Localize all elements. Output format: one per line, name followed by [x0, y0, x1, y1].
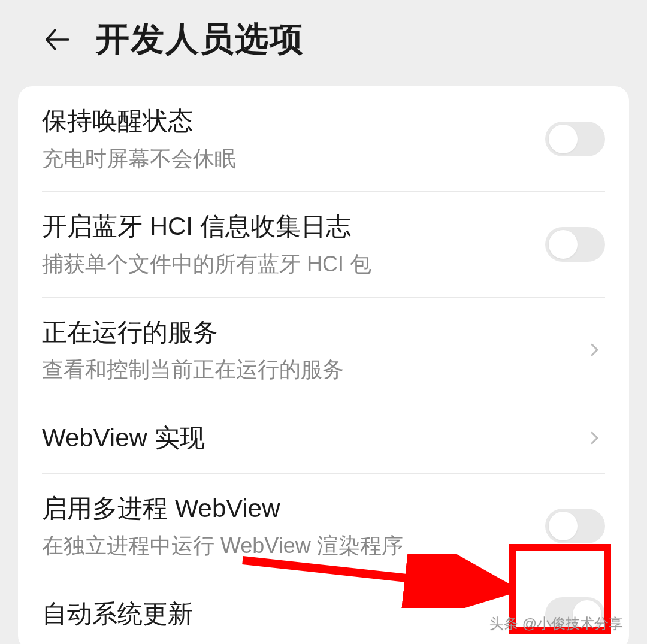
row-subtitle: 查看和控制当前正在运行的服务	[42, 355, 572, 385]
page-title: 开发人员选项	[96, 17, 304, 62]
toggle-switch[interactable]	[545, 122, 605, 156]
row-text: 正在运行的服务 查看和控制当前正在运行的服务	[42, 316, 583, 385]
row-webview-impl[interactable]: WebView 实现	[42, 403, 605, 474]
row-title: 保持唤醒状态	[42, 104, 533, 138]
settings-card: 保持唤醒状态 充电时屏幕不会休眠 开启蓝牙 HCI 信息收集日志 捕获单个文件中…	[18, 86, 629, 644]
row-text: 启用多进程 WebView 在独立进程中运行 WebView 渲染程序	[42, 492, 545, 561]
row-title: 自动系统更新	[42, 597, 533, 631]
row-auto-system-update[interactable]: 自动系统更新	[42, 579, 605, 644]
row-title: 正在运行的服务	[42, 316, 572, 350]
row-subtitle: 充电时屏幕不会休眠	[42, 144, 533, 174]
row-subtitle: 捕获单个文件中的所有蓝牙 HCI 包	[42, 250, 533, 279]
row-text: 自动系统更新	[42, 597, 545, 631]
chevron-right-icon	[583, 339, 605, 361]
watermark-text: 头条 @小俊技术分享	[489, 614, 623, 633]
row-text: 开启蓝牙 HCI 信息收集日志 捕获单个文件中的所有蓝牙 HCI 包	[42, 210, 545, 279]
back-arrow-icon[interactable]	[43, 25, 72, 54]
row-text: 保持唤醒状态 充电时屏幕不会休眠	[42, 104, 545, 173]
row-bluetooth-hci-log[interactable]: 开启蓝牙 HCI 信息收集日志 捕获单个文件中的所有蓝牙 HCI 包	[42, 192, 605, 297]
row-text: WebView 实现	[42, 421, 583, 455]
page-header: 开发人员选项	[0, 0, 647, 86]
row-title: 开启蓝牙 HCI 信息收集日志	[42, 210, 533, 244]
row-title: WebView 实现	[42, 421, 572, 455]
chevron-right-icon	[583, 427, 605, 449]
row-running-services[interactable]: 正在运行的服务 查看和控制当前正在运行的服务	[42, 298, 605, 403]
row-multiprocess-webview[interactable]: 启用多进程 WebView 在独立进程中运行 WebView 渲染程序	[42, 474, 605, 579]
toggle-switch[interactable]	[545, 227, 605, 262]
row-subtitle: 在独立进程中运行 WebView 渲染程序	[42, 531, 533, 561]
row-title: 启用多进程 WebView	[42, 492, 533, 526]
toggle-switch[interactable]	[545, 509, 605, 543]
row-stay-awake[interactable]: 保持唤醒状态 充电时屏幕不会休眠	[42, 86, 605, 192]
